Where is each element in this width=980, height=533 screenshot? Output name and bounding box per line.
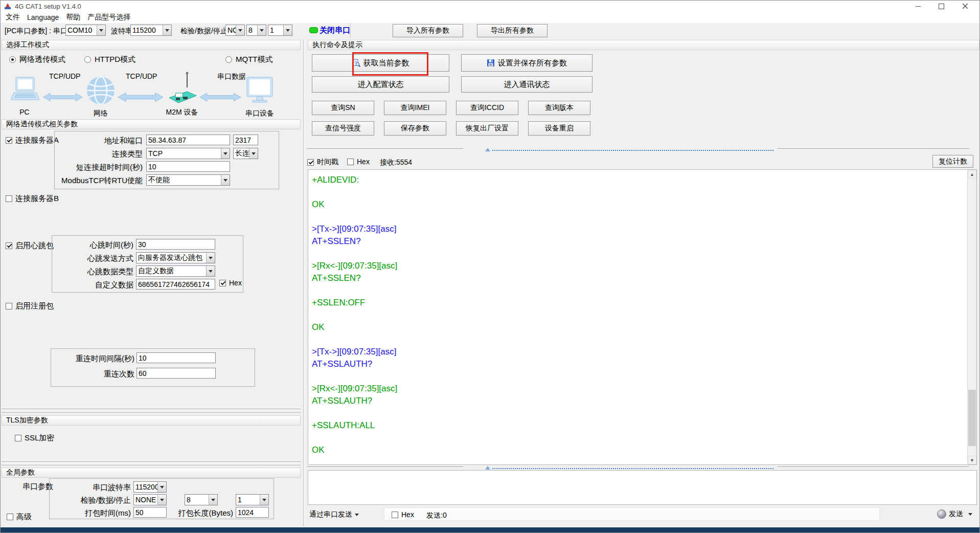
conn-mode-select[interactable]: 长连接 — [233, 148, 258, 159]
chevron-down-icon[interactable] — [221, 175, 230, 185]
serial-baud-select[interactable]: 115200 — [133, 481, 167, 493]
checkbox-icon[interactable] — [6, 303, 12, 309]
menu-item[interactable]: Language — [27, 13, 59, 21]
port-input[interactable]: 2317 — [233, 135, 258, 145]
slider-track[interactable] — [492, 150, 773, 151]
slider-track[interactable] — [492, 468, 773, 469]
timestamp-checkbox[interactable]: 时间戳 — [307, 158, 338, 167]
radio-icon[interactable] — [9, 56, 16, 63]
maximize-button[interactable] — [930, 1, 953, 12]
modbus-select[interactable]: 不使能 — [146, 174, 230, 186]
import-params-button[interactable]: 导入所有参数 — [393, 24, 463, 37]
parity-select[interactable]: NONI — [225, 25, 245, 36]
server-b-checkbox[interactable]: 连接服务器B — [6, 194, 59, 204]
reconnect-interval-input[interactable]: 10 — [136, 352, 216, 363]
chevron-down-icon[interactable] — [236, 25, 244, 35]
reconnect-count-input[interactable]: 60 — [136, 368, 216, 379]
query-button[interactable]: 查询ICCID — [456, 101, 518, 115]
scroll-up-button[interactable]: ▲ — [968, 170, 976, 179]
checkbox-icon[interactable] — [6, 137, 12, 144]
chevron-down-icon[interactable] — [283, 25, 292, 35]
hb-time-input[interactable]: 30 — [136, 239, 215, 250]
heartbeat-checkbox[interactable]: 启用心跳包 — [6, 241, 54, 251]
receive-hex-checkbox[interactable]: Hex — [347, 158, 370, 166]
serial-stopbits-select[interactable]: 1 — [236, 494, 269, 505]
work-mode-option[interactable]: MQTT模式 — [225, 55, 273, 64]
serial-parity-select[interactable]: NONE — [133, 494, 167, 505]
radio-icon[interactable] — [225, 56, 232, 63]
query-button[interactable]: 设备重启 — [528, 121, 590, 136]
set-save-button[interactable]: 设置并保存所有参数 — [461, 54, 592, 72]
advanced-checkbox[interactable]: 高级 — [7, 512, 32, 522]
chevron-down-icon[interactable] — [209, 495, 217, 505]
checkbox-icon[interactable] — [7, 514, 13, 520]
close-button[interactable] — [953, 1, 976, 12]
send-textarea[interactable] — [308, 470, 977, 505]
enter-comm-button[interactable]: 进入通讯状态 — [461, 76, 592, 93]
send-button[interactable]: 发送 — [937, 509, 972, 519]
baud-rate-select[interactable]: 115200 — [130, 25, 172, 36]
query-button[interactable]: 查信号强度 — [312, 121, 374, 136]
query-button[interactable]: 查询IMEI — [384, 101, 446, 115]
register-checkbox[interactable]: 启用注册包 — [6, 301, 54, 311]
checkbox-icon[interactable] — [392, 512, 398, 518]
chevron-down-icon[interactable] — [157, 495, 166, 505]
send-input[interactable] — [384, 507, 880, 521]
checkbox-icon[interactable] — [6, 242, 12, 249]
export-params-button[interactable]: 导出所有参数 — [477, 24, 548, 37]
get-params-button[interactable]: 获取当前参数 — [312, 54, 449, 72]
hb-data-input[interactable]: 686561727462656174 — [136, 279, 215, 290]
pack-len-input[interactable]: 1024 — [236, 507, 269, 518]
enter-config-button[interactable]: 进入配置状态 — [312, 76, 449, 93]
checkbox-icon[interactable] — [6, 195, 12, 202]
reset-count-button[interactable]: 复位计数 — [932, 155, 973, 168]
chevron-down-icon[interactable] — [221, 148, 230, 159]
menu-item[interactable]: 产品型号选择 — [87, 13, 130, 22]
stop-bits-select[interactable]: 1 — [268, 25, 292, 36]
pack-time-input[interactable]: 50 — [133, 507, 167, 518]
checkbox-icon[interactable] — [219, 280, 226, 286]
chevron-down-icon[interactable] — [163, 25, 171, 35]
query-button[interactable]: 查询SN — [312, 101, 374, 115]
chevron-down-icon[interactable] — [257, 25, 266, 35]
address-input[interactable]: 58.34.63.87 — [146, 135, 230, 145]
work-mode-option[interactable]: HTTPD模式 — [84, 55, 135, 64]
minimize-button[interactable] — [906, 1, 929, 12]
slider-thumb-icon[interactable] — [485, 466, 490, 470]
chevron-down-icon[interactable] — [206, 253, 215, 263]
hb-mode-select[interactable]: 向服务器发送心跳包 — [136, 252, 215, 263]
server-a-checkbox[interactable]: 连接服务器A — [6, 136, 59, 145]
scroll-down-button[interactable]: ▼ — [968, 456, 976, 464]
send-hex-checkbox[interactable]: Hex — [392, 510, 414, 519]
hb-hex-checkbox[interactable]: Hex — [219, 279, 242, 287]
parity-data-stop-label: 检验/数据/停止 — [180, 27, 227, 36]
menu-item[interactable]: 文件 — [6, 13, 20, 22]
scroll-thumb[interactable] — [968, 390, 976, 446]
ssl-checkbox[interactable]: SSL加密 — [15, 433, 54, 443]
query-button[interactable]: 恢复出厂设置 — [456, 121, 518, 136]
query-button[interactable]: 保存参数 — [384, 121, 446, 136]
chevron-down-icon[interactable] — [260, 495, 268, 505]
terminal-scrollbar[interactable]: ▲ ▼ — [967, 170, 976, 464]
hb-type-select[interactable]: 自定义数据 — [136, 265, 215, 277]
radio-icon[interactable] — [84, 56, 91, 63]
send-via-dropdown[interactable]: 通过串口发送 — [309, 510, 359, 519]
com-port-select[interactable]: COM10 — [65, 25, 106, 36]
conn-type-select[interactable]: TCP — [146, 148, 230, 159]
checkbox-icon[interactable] — [307, 159, 314, 166]
terminal-output[interactable]: +ALIDEVID:OK>[Tx->][09:07:35][asc]AT+SSL… — [308, 169, 977, 465]
short-timeout-input[interactable]: 10 — [146, 161, 230, 172]
chevron-down-icon[interactable] — [97, 25, 105, 35]
close-port-button[interactable]: 关闭串口 — [320, 26, 350, 35]
menu-item[interactable]: 帮助 — [66, 13, 80, 22]
serial-databits-select[interactable]: 8 — [185, 494, 218, 505]
chevron-down-icon[interactable] — [157, 482, 166, 492]
chevron-down-icon[interactable] — [206, 266, 215, 276]
checkbox-icon[interactable] — [347, 159, 354, 165]
data-bits-select[interactable]: 8 — [246, 25, 266, 36]
work-mode-option[interactable]: 网络透传模式 — [9, 55, 65, 64]
slider-thumb-icon[interactable] — [485, 148, 490, 151]
checkbox-icon[interactable] — [15, 435, 21, 441]
chevron-down-icon[interactable] — [249, 148, 258, 159]
query-button[interactable]: 查询版本 — [528, 101, 590, 115]
